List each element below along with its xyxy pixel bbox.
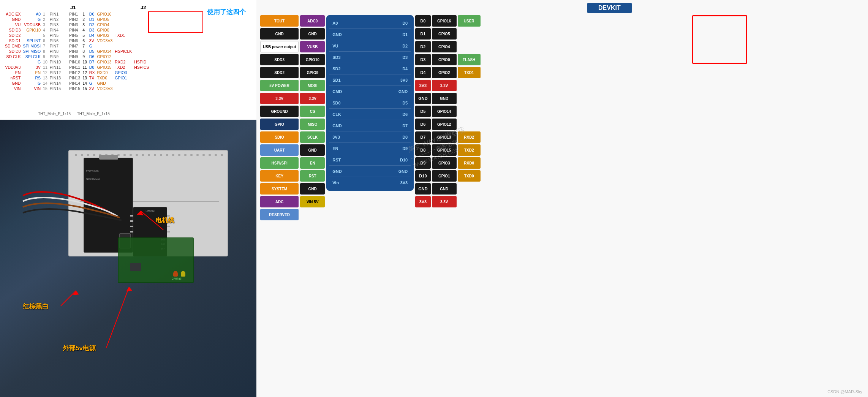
func-tout: TOUT — [260, 15, 299, 27]
rfunc-empty2 — [458, 41, 481, 52]
rfunc-txd1: TXD1 — [458, 67, 481, 78]
rfunc-empty3 — [458, 80, 481, 91]
rfunc-user: USER — [458, 15, 481, 27]
board-row-11: EN D9 — [329, 143, 411, 154]
func-gpio: GPIO — [260, 119, 299, 130]
rd-d9: D9 — [415, 157, 430, 169]
j2-label: J2 — [141, 5, 146, 10]
board-row-14: Vin 3V3 — [329, 177, 411, 188]
red-highlight-box — [692, 15, 747, 64]
rgpio-gpio15: GPIO15 — [432, 144, 457, 156]
board-row-9: GND D7 — [329, 120, 411, 131]
devkit-title: DEVKIT — [587, 3, 632, 13]
board-row-0: A0 D0 — [329, 17, 411, 29]
rgpio-gnd2: GND — [432, 183, 457, 195]
func-sdio: SDIO — [260, 131, 299, 143]
right-func-col: USER FLASH TXD1 RXD2 TXD2 RXD0 TXD0 — [458, 15, 481, 207]
func-key: KEY — [260, 170, 299, 182]
svg-line-4 — [106, 287, 129, 348]
svg-marker-1 — [137, 211, 144, 215]
rd-d8: D8 — [415, 144, 430, 156]
func-33v: 3.3V — [260, 93, 299, 104]
rgpio-33v: 3.3V — [432, 80, 457, 91]
board-row-7: SD0 D5 — [329, 97, 411, 109]
lgpio-vusb: VUSB — [300, 41, 325, 52]
func-uart: UART — [260, 144, 299, 156]
rd-3v3-2: 3V3 — [415, 196, 430, 207]
left-gpio-col: ADC0 GND VUSB GPIO10 GPIO9 MOSI 3.3V CS … — [300, 15, 325, 207]
rgpio-gpio14: GPIO14 — [432, 106, 457, 117]
photo-panel: ESP8266 NodeMCU L298N IN5 — [0, 120, 256, 397]
lgpio-33v: 3.3V — [300, 93, 325, 104]
func-system: SYSTEM — [260, 183, 299, 195]
rgpio-gpio13: GPIO13 — [432, 131, 457, 143]
center-board: A0 D0 GND D1 VU D2 SD3 D3 SD2 D4 SD1 3V3 — [326, 15, 414, 191]
board-row-2: VU D2 — [329, 40, 411, 52]
pin-table: ADC EX A0 1 PIN1 PIN1 1 D0 GPIO16 GND G … — [4, 11, 150, 91]
rd-d5: D5 — [415, 106, 430, 117]
rfunc-empty4 — [458, 93, 481, 104]
table-footer: THT_Male_P_1x15 THT_Male_P_1x15 — [38, 112, 110, 116]
rd-d4: D4 — [415, 67, 430, 78]
lgpio-cs: CS — [300, 106, 325, 117]
lgpio-rst: RST — [300, 170, 325, 182]
lgpio-gpio10: GPIO10 — [300, 54, 325, 65]
devkit-panel: DEVKIT TOUT GND USB power output SDD3 SD… — [256, 0, 868, 397]
func-ground: GROUND — [260, 106, 299, 117]
rfunc-empty8 — [458, 196, 481, 207]
rfunc-empty1 — [458, 28, 481, 40]
lgpio-gnd: GND — [300, 28, 325, 40]
svg-marker-5 — [126, 287, 132, 291]
rd-3v3: 3V3 — [415, 80, 430, 91]
board-row-1: GND D1 — [329, 29, 411, 40]
lgpio-gpio9: GPIO9 — [300, 67, 325, 78]
rgpio-gnd: GND — [432, 93, 457, 104]
func-gnd1: GND — [260, 28, 299, 40]
rgpio-33v2: 3.3V — [432, 196, 457, 207]
j1-label: J1 — [70, 5, 76, 10]
func-5vpower: 5V POWER — [260, 80, 299, 91]
rd-gnd: GND — [415, 93, 430, 104]
board-row-6: CMD GND — [329, 86, 411, 97]
lgpio-sclk: SCLK — [300, 131, 325, 143]
rfunc-rxd0: RXD0 — [458, 157, 481, 169]
watermark: CSDN @MAR-Sky — [827, 389, 862, 394]
rd-d6: D6 — [415, 119, 430, 130]
rgpio-gpio3: GPIO3 — [432, 157, 457, 169]
motor-wire-label: 电机线 — [156, 217, 174, 225]
rd-d1: D1 — [415, 28, 430, 40]
used-four-annotation: 使用了这四个 — [207, 8, 246, 16]
rd-d2: D2 — [415, 41, 430, 52]
func-sdd3: SDD3 — [260, 54, 299, 65]
lgpio-miso: MISO — [300, 119, 325, 130]
red-selection-box — [148, 11, 203, 33]
func-reserved: RESERVED — [260, 209, 299, 220]
rd-d3: D3 — [415, 54, 430, 65]
func-sdd2: SDD2 — [260, 67, 299, 78]
rfunc-empty5 — [458, 106, 481, 117]
lgpio-vin5v: VIN 5V — [300, 196, 325, 207]
photo-background: ESP8266 NodeMCU L298N IN5 — [0, 120, 256, 397]
rd-d7: D7 — [415, 131, 430, 143]
wire-colors-label: 红棕黑白 — [23, 302, 49, 311]
photo-svg-overlay — [0, 120, 256, 397]
rgpio-gpio4: GPIO4 — [432, 41, 457, 52]
board-row-5: SD1 3V3 — [329, 74, 411, 86]
rfunc-txd0: TXD0 — [458, 170, 481, 182]
board-row-10: 3V3 D8 — [329, 131, 411, 143]
func-adc: ADC — [260, 196, 299, 207]
right-gpio-col: GPIO16 GPIO5 GPIO4 GPIO0 GPIO2 3.3V GND … — [432, 15, 457, 207]
rgpio-gpio16: GPIO16 — [432, 15, 457, 27]
rgpio-gpio12: GPIO12 — [432, 119, 457, 130]
rgpio-gpio0: GPIO0 — [432, 54, 457, 65]
rd-d0: D0 — [415, 15, 430, 27]
rd-d10: D10 — [415, 170, 430, 182]
lgpio-en: EN — [300, 157, 325, 169]
rgpio-gpio5: GPIO5 — [432, 28, 457, 40]
board-row-12: RST D10 — [329, 154, 411, 166]
rfunc-rxd2: RXD2 — [458, 131, 481, 143]
rfunc-empty7 — [458, 183, 481, 195]
right-d-col: D0 D1 D2 D3 D4 3V3 GND D5 D6 D7 D8 D9 D1… — [415, 15, 430, 207]
lgpio-adc0: ADC0 — [300, 15, 325, 27]
func-hspispi: HSPI/SPI — [260, 157, 299, 169]
